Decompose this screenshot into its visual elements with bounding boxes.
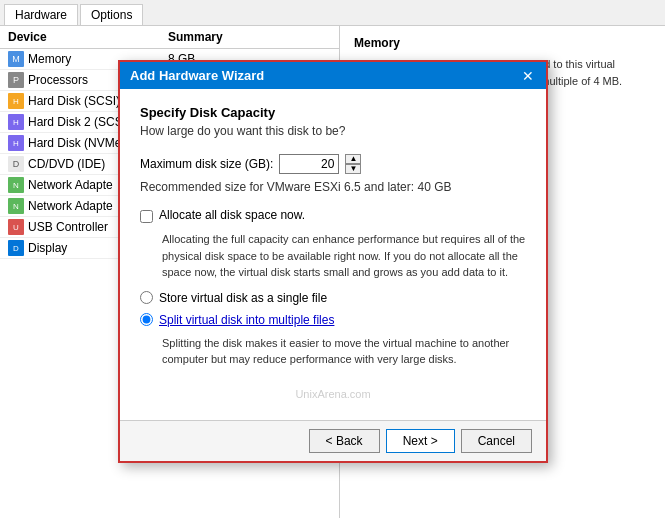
split-description: Splitting the disk makes it easier to mo… [162, 335, 526, 368]
disk-size-spinner-down[interactable]: ▼ [345, 164, 361, 174]
dialog-section-title: Specify Disk Capacity [140, 105, 526, 120]
next-button[interactable]: Next > [386, 429, 455, 453]
dialog-footer: < Back Next > Cancel [120, 420, 546, 461]
split-multiple-label[interactable]: Split virtual disk into multiple files [159, 313, 334, 327]
dialog-body: Specify Disk Capacity How large do you w… [120, 89, 546, 420]
back-button[interactable]: < Back [309, 429, 380, 453]
allocate-checkbox-row: Allocate all disk space now. [140, 208, 526, 223]
allocate-checkbox[interactable] [140, 210, 153, 223]
dialog-titlebar: Add Hardware Wizard ✕ [120, 62, 546, 89]
split-multiple-row: Split virtual disk into multiple files [140, 313, 526, 327]
cancel-button[interactable]: Cancel [461, 429, 532, 453]
disk-size-spinner-up[interactable]: ▲ [345, 154, 361, 164]
store-single-radio[interactable] [140, 291, 153, 304]
store-single-label[interactable]: Store virtual disk as a single file [159, 291, 327, 305]
watermark: UnixArena.com [140, 388, 526, 400]
dialog-close-button[interactable]: ✕ [520, 69, 536, 83]
recommended-text: Recommended size for VMware ESXi 6.5 and… [140, 180, 526, 194]
disk-size-row: Maximum disk size (GB): ▲ ▼ [140, 154, 526, 174]
allocate-description: Allocating the full capacity can enhance… [162, 231, 526, 281]
add-hardware-dialog: Add Hardware Wizard ✕ Specify Disk Capac… [118, 60, 548, 463]
dialog-title: Add Hardware Wizard [130, 68, 264, 83]
dialog-section-subtitle: How large do you want this disk to be? [140, 124, 526, 138]
max-disk-input[interactable] [279, 154, 339, 174]
allocate-label[interactable]: Allocate all disk space now. [159, 208, 305, 222]
store-single-row: Store virtual disk as a single file [140, 291, 526, 305]
disk-size-spinner: ▲ ▼ [345, 154, 361, 174]
split-multiple-radio[interactable] [140, 313, 153, 326]
max-disk-label: Maximum disk size (GB): [140, 157, 273, 171]
